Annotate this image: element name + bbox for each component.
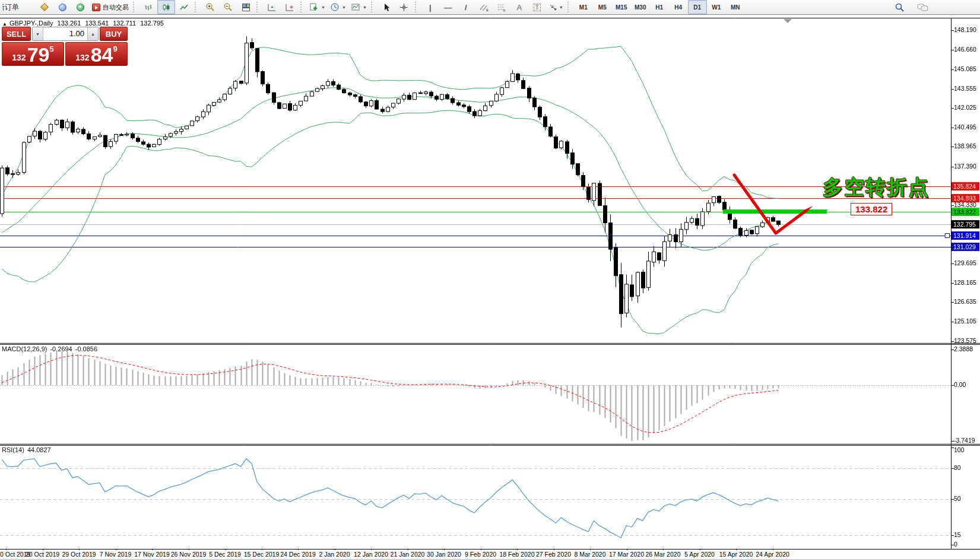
macd-name: MACD(12,26,9) (2, 345, 47, 352)
autotrade-button[interactable]: 自动交易 (89, 0, 131, 14)
crosshair-button[interactable] (395, 0, 413, 14)
zoom-out-button[interactable] (219, 0, 237, 14)
search-icon (895, 2, 905, 12)
time-axis-label: 26 Mar 2020 (646, 551, 681, 558)
tab-timeframe-m1[interactable]: M1 (574, 0, 593, 14)
templates-icon (351, 2, 360, 12)
price-axis[interactable]: 148.190146.660145.085143.555142.025140.4… (952, 15, 980, 559)
high-value: 133.541 (85, 20, 109, 27)
tab-timeframe-h1[interactable]: H1 (650, 0, 669, 14)
text-label-button[interactable]: T (528, 0, 546, 14)
chat-button[interactable] (914, 1, 932, 15)
tab-timeframe-m30[interactable]: M30 (631, 0, 650, 14)
signal-button[interactable] (71, 0, 89, 14)
new-chart-icon (309, 2, 319, 12)
horizontal-line-button[interactable]: — (439, 0, 457, 14)
low-value: 132.711 (113, 20, 136, 27)
text-icon: A (516, 3, 522, 12)
buy-button[interactable]: BUY (100, 27, 128, 41)
toolbar-grip (567, 2, 572, 12)
price-tick-label: 148.190 (952, 26, 980, 33)
channel-button[interactable]: E (475, 0, 493, 14)
tab-timeframe-w1[interactable]: W1 (707, 0, 726, 14)
chevron-down-icon: ▼ (321, 5, 325, 9)
macd-main-value: -0.2694 (50, 345, 72, 352)
new-chart-button[interactable]: ▼ (307, 0, 328, 14)
search-button[interactable] (890, 1, 908, 15)
svg-text:E: E (486, 8, 489, 12)
rsi-axis-label: 50 (952, 495, 980, 502)
chart-symbol-ohlc: ▲GBPJPY-,Daily 133.261 133.541 132.711 1… (2, 20, 166, 27)
rsi-axis-label: 15 (952, 531, 980, 538)
community-button[interactable] (53, 0, 71, 14)
time-axis-label: 9 Feb 2020 (465, 551, 496, 558)
line-chart-button[interactable] (175, 0, 193, 14)
volume-increase-button[interactable]: ▲ (88, 27, 98, 40)
chart-shift-icon (285, 3, 294, 12)
vertical-line-button[interactable]: | (421, 0, 439, 14)
cursor-button[interactable] (378, 0, 395, 14)
periods-button[interactable]: ▼ (328, 0, 348, 14)
sell-button[interactable]: SELL (2, 27, 31, 41)
toolbar: 新订单 自动交易 ▼ ▼ ▼ (0, 0, 980, 15)
auto-scroll-button[interactable] (263, 0, 281, 14)
time-axis-label: 15 Dec 2019 (244, 551, 280, 558)
volume-stepper: ▼ 1.00 ▲ (32, 27, 99, 41)
price-badge: 131.029 (952, 243, 979, 251)
periods-icon (330, 2, 340, 12)
candlestick-chart-button[interactable] (157, 0, 175, 14)
time-axis-label: 21 Jan 2020 (391, 551, 425, 558)
zoom-in-button[interactable] (201, 0, 219, 14)
wallet-icon (40, 2, 49, 12)
time-axis-label: 7 Nov 2019 (100, 551, 132, 558)
volume-input[interactable]: 1.00 (43, 27, 88, 40)
bar-chart-button[interactable] (139, 0, 157, 14)
time-axis[interactable]: 0 Oct 201920 Oct 201929 Oct 20197 Nov 20… (0, 550, 951, 559)
tile-windows-icon (241, 2, 250, 12)
tile-windows-button[interactable] (237, 0, 255, 14)
annotation-price-label[interactable]: 133.822 (851, 203, 892, 215)
time-axis-label: 17 Mar 2020 (609, 551, 644, 558)
chat-icon (917, 3, 929, 12)
sell-price-sup: 5 (49, 45, 53, 53)
templates-button[interactable]: ▼ (348, 0, 369, 14)
chevron-down-icon: ▼ (363, 5, 367, 9)
arrows-button[interactable]: ▼ (546, 0, 566, 14)
sell-price-button[interactable]: 132 79 5 (2, 42, 64, 66)
price-tick-label: 146.660 (952, 46, 980, 53)
tab-timeframe-d1[interactable]: D1 (688, 0, 707, 14)
crosshair-icon (399, 3, 408, 12)
tab-timeframe-m5[interactable]: M5 (593, 0, 612, 14)
chart-shift-button[interactable] (281, 0, 299, 14)
text-button[interactable]: A (510, 0, 528, 14)
fibonacci-button[interactable]: F (493, 0, 510, 14)
price-badge: 131.914 (952, 231, 979, 240)
toolbar-grip (133, 2, 137, 12)
tab-timeframe-mn[interactable]: MN (726, 0, 745, 14)
sell-price-big: 79 (27, 45, 50, 64)
time-axis-label: 8 Mar 2020 (574, 551, 605, 558)
collapse-arrow-icon[interactable]: ▲ (2, 21, 7, 27)
price-tick-label: 143.555 (952, 85, 980, 92)
trendline-button[interactable]: / (457, 0, 475, 14)
macd-axis-label: 2.3888 (952, 345, 980, 352)
wallet-button[interactable] (36, 0, 53, 14)
chart-canvas[interactable] (0, 15, 980, 559)
time-axis-label: 12 Jan 2020 (354, 551, 388, 558)
new-order-button[interactable]: 新订单 (0, 0, 36, 14)
tab-timeframe-m15[interactable]: M15 (612, 0, 631, 14)
cursor-icon (382, 3, 391, 12)
text-label-icon: T (534, 4, 541, 11)
tab-timeframe-h4[interactable]: H4 (669, 0, 688, 14)
time-axis-label: 27 Feb 2020 (536, 551, 571, 558)
price-tick-label: 126.635 (952, 298, 980, 305)
price-tick-label: 137.390 (952, 163, 980, 170)
volume-decrease-button[interactable]: ▼ (33, 27, 43, 40)
annotation-text[interactable]: 多空转折点 (823, 174, 930, 201)
buy-price-button[interactable]: 132 84 9 (65, 42, 128, 66)
trendline-icon: / (465, 3, 467, 12)
candlestick-chart-icon (162, 3, 171, 12)
symbol-label: GBPJPY-,Daily (9, 20, 53, 27)
rsi-indicator-label: RSI(14)44.0827 (2, 446, 54, 453)
arrows-icon (548, 3, 557, 11)
